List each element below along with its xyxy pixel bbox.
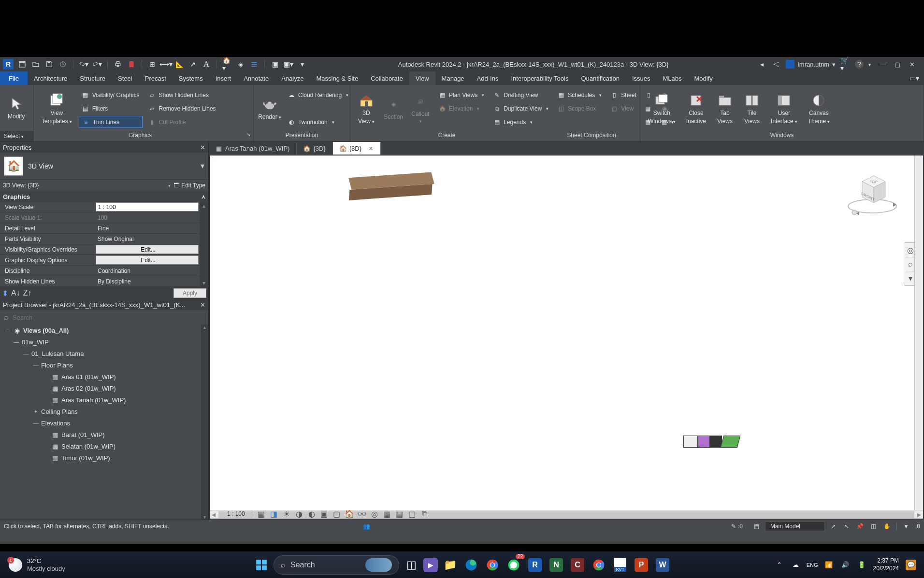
vc-crop-region-icon[interactable]: ▢ bbox=[332, 509, 341, 518]
viewcube-top-label[interactable]: TOP bbox=[870, 180, 878, 184]
vc-reveal-icon[interactable]: ◎ bbox=[370, 509, 379, 518]
tab-views-button[interactable]: TabViews bbox=[713, 91, 737, 127]
vc-shadows-icon[interactable]: ◑ bbox=[295, 509, 303, 518]
tree-01w-wip[interactable]: —01w_WIP bbox=[0, 336, 208, 348]
view-tab-3d-active[interactable]: 🏠{3D}✕ bbox=[333, 142, 381, 155]
view-tab-3d-1[interactable]: 🏠{3D} bbox=[297, 142, 332, 155]
legends-button[interactable]: ▤Legends bbox=[490, 116, 551, 128]
taskbar-revit-icon[interactable]: R bbox=[526, 556, 544, 574]
tab-insert[interactable]: Insert bbox=[209, 71, 238, 85]
remove-hidden-lines-button[interactable]: ▱Remove Hidden Lines bbox=[145, 102, 219, 114]
select-face-icon[interactable]: ◫ bbox=[869, 522, 878, 531]
taskbar-costx-icon[interactable]: C bbox=[568, 556, 587, 574]
tree-elevations[interactable]: —Elevations bbox=[0, 417, 208, 429]
file-tab[interactable]: File bbox=[0, 71, 28, 85]
plan-views-button[interactable]: ▦Plan Views bbox=[435, 89, 487, 101]
task-view-icon[interactable]: ◫ bbox=[402, 556, 420, 574]
drafting-view-button[interactable]: ✎Drafting View bbox=[490, 89, 551, 101]
twinmotion-button[interactable]: ◐Twinmotion bbox=[285, 116, 351, 128]
tree-selatan[interactable]: ▦Selatan (01w_WIP) bbox=[0, 440, 208, 452]
taskbar-chrome-icon[interactable] bbox=[483, 556, 502, 574]
maximize-button[interactable]: ▢ bbox=[890, 59, 905, 69]
tray-wifi-icon[interactable]: 📶 bbox=[824, 560, 834, 570]
thin-lines-button[interactable]: ≡Thin Lines bbox=[79, 116, 143, 128]
viewcube[interactable]: TOP FRONT bbox=[846, 170, 899, 218]
taskbar-search[interactable]: ⌕ Search bbox=[274, 555, 399, 575]
model-building[interactable] bbox=[683, 436, 751, 450]
filter-icon[interactable]: ▼ bbox=[902, 522, 910, 531]
vc-temp-hide-icon[interactable]: 👓 bbox=[358, 509, 366, 518]
modify-tool-button[interactable]: Modify bbox=[4, 94, 29, 122]
drag-elements-icon[interactable]: ✋ bbox=[883, 522, 892, 531]
revit-logo-icon[interactable]: R bbox=[3, 59, 14, 70]
tab-interoperability[interactable]: Interoperability Tools bbox=[505, 71, 575, 85]
tree-floor-plans[interactable]: —Floor Plans bbox=[0, 359, 208, 371]
tree-barat[interactable]: ▦Barat (01_WIP) bbox=[0, 429, 208, 440]
edit-type-button[interactable]: 🗔Edit Type bbox=[173, 182, 205, 189]
taskbar-clock[interactable]: 2:37 PM 20/2/2024 bbox=[873, 557, 899, 572]
tree-aras-tanah[interactable]: ▦Aras Tanah (01w_WIP) bbox=[0, 394, 208, 406]
main-model-dropdown[interactable]: Main Model bbox=[765, 522, 825, 531]
align-icon[interactable]: ⊞ bbox=[147, 59, 157, 69]
type-selector[interactable]: 🏠 3D View ▾ bbox=[0, 153, 208, 180]
properties-scrollbar[interactable]: ▴▾ bbox=[200, 202, 208, 287]
open-icon[interactable] bbox=[31, 59, 41, 69]
tab-manage[interactable]: Manage bbox=[435, 71, 471, 85]
tab-close-icon[interactable]: ✕ bbox=[368, 145, 374, 152]
tab-add-ins[interactable]: Add-Ins bbox=[471, 71, 505, 85]
canvas-scrollbar-vertical[interactable] bbox=[914, 155, 923, 510]
tab-collaborate[interactable]: Collaborate bbox=[364, 71, 409, 85]
editable-only-icon[interactable]: ✎ bbox=[729, 522, 738, 531]
prop-discipline-value[interactable]: Coordination bbox=[96, 268, 208, 274]
select-links-icon[interactable]: ↗ bbox=[829, 522, 837, 531]
cloud-rendering-button[interactable]: ☁Cloud Rendering bbox=[285, 89, 351, 101]
zoom-icon[interactable]: ⌕ bbox=[906, 259, 915, 269]
prop-view-scale-value[interactable]: 1 : 100 bbox=[96, 202, 199, 211]
taskbar-powerpoint-icon[interactable]: P bbox=[632, 556, 650, 574]
vc-unlock-icon[interactable]: 🏠 bbox=[345, 509, 354, 518]
tab-quantification[interactable]: Quantification bbox=[575, 71, 626, 85]
share-title-icon[interactable] bbox=[771, 59, 781, 69]
save-icon[interactable] bbox=[44, 59, 54, 69]
minimize-button[interactable]: — bbox=[876, 59, 890, 69]
default3d-icon[interactable]: 🏠▾ bbox=[222, 59, 232, 69]
tile-views-button[interactable]: TileViews bbox=[740, 91, 764, 127]
view-tab-aras-tanah[interactable]: ▦Aras Tanah (01w_WIP) bbox=[209, 142, 297, 155]
select-underlay-icon[interactable]: ↖ bbox=[842, 522, 851, 531]
taskbar-navisworks-icon[interactable]: N bbox=[547, 556, 565, 574]
instance-name[interactable]: 3D View: {3D} bbox=[3, 182, 165, 189]
thin-lines-qat-icon[interactable] bbox=[249, 59, 259, 69]
tree-01-lukisan[interactable]: —01_Lukisan Utama bbox=[0, 348, 208, 359]
vc-crop-icon[interactable]: ▣ bbox=[320, 509, 329, 518]
tab-modify[interactable]: Modify bbox=[688, 71, 719, 85]
dimension-icon[interactable]: ⟷▾ bbox=[161, 59, 171, 69]
full-nav-wheel-icon[interactable]: ◎ bbox=[906, 245, 915, 255]
taskbar-whatsapp-icon[interactable]: 22 bbox=[505, 556, 523, 574]
taskbar-chrome2-icon[interactable] bbox=[590, 556, 608, 574]
sheet-button[interactable]: ▯Sheet bbox=[607, 89, 639, 101]
3d-view-button[interactable]: 3D View bbox=[354, 91, 378, 127]
browser-search[interactable]: ⌕ bbox=[0, 310, 208, 324]
close-button[interactable]: ✕ bbox=[905, 59, 919, 69]
scroll-right-icon[interactable]: ▸ bbox=[915, 510, 923, 519]
canvas-theme-button[interactable]: CanvasTheme bbox=[804, 91, 834, 127]
project-browser-header[interactable]: Project Browser - jkrAR24_2a_(BEskxx-14S… bbox=[0, 299, 208, 310]
nav-expand-icon[interactable]: ▾ bbox=[906, 273, 915, 283]
sort-za-icon[interactable]: Z↑ bbox=[23, 289, 32, 297]
redo-icon[interactable]: ▾ bbox=[92, 59, 102, 69]
browser-scrollbar[interactable]: ▴▾ bbox=[201, 324, 208, 520]
prop-graphic-display-button[interactable]: Edit... bbox=[96, 255, 199, 265]
tab-massing-site[interactable]: Massing & Site bbox=[310, 71, 364, 85]
home-quickaccess-icon[interactable] bbox=[17, 59, 27, 69]
select-dropdown[interactable]: Select bbox=[0, 133, 28, 140]
prop-vg-overrides-button[interactable]: Edit... bbox=[96, 245, 199, 254]
tree-views-root[interactable]: —◉Views (00a_All) bbox=[0, 324, 208, 336]
prop-detail-level-value[interactable]: Fine bbox=[96, 225, 208, 232]
prop-group-graphics[interactable]: Graphics⋏ bbox=[0, 191, 208, 202]
tree-ceiling-plans[interactable]: +Ceiling Plans bbox=[0, 406, 208, 417]
properties-header[interactable]: Properties ✕ bbox=[0, 142, 208, 153]
switch-windows-qat-icon[interactable]: ▣▾ bbox=[284, 59, 293, 69]
visibility-graphics-button[interactable]: ▦Visibility/ Graphics bbox=[79, 89, 143, 101]
text-icon[interactable]: A bbox=[202, 59, 211, 69]
browser-close-icon[interactable]: ✕ bbox=[200, 301, 205, 309]
